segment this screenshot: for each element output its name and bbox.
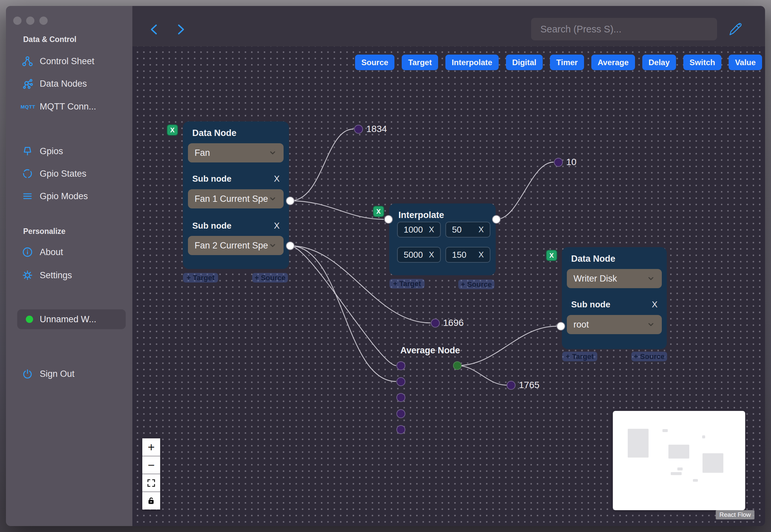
sidebar-item-gpio-states[interactable]: Gpio States xyxy=(21,166,86,181)
react-flow-attribution[interactable]: React Flow xyxy=(716,510,754,519)
delete-node-button[interactable]: X xyxy=(373,206,384,217)
interpolate-value-field[interactable]: 1000X xyxy=(397,222,441,238)
source-handle[interactable] xyxy=(492,215,501,224)
device-select[interactable]: Writer Disk xyxy=(567,269,662,288)
source-handle[interactable] xyxy=(286,197,295,205)
clear-value-button[interactable]: X xyxy=(429,225,434,234)
average-target-handle[interactable] xyxy=(396,377,405,386)
sidebar-item-label: Gpio States xyxy=(40,169,86,179)
edit-pencil-icon[interactable] xyxy=(727,22,742,37)
search-input[interactable] xyxy=(531,18,717,40)
remove-subnode-button[interactable]: X xyxy=(273,221,281,231)
palette-interpolate-button[interactable]: Interpolate xyxy=(445,55,499,70)
average-target-handle[interactable] xyxy=(396,409,405,418)
average-target-handle[interactable] xyxy=(396,361,405,370)
delete-node-button[interactable]: X xyxy=(167,124,178,136)
subnode-row: Sub node X xyxy=(571,299,659,310)
subnode-select[interactable]: Fan 2 Current Spe xyxy=(188,236,284,255)
canvas-controls: + − xyxy=(142,438,160,510)
sidebar-section-personalize: Personalize xyxy=(23,227,66,236)
app-window: Data & Control Control Sheet Data Nodes … xyxy=(6,6,765,526)
traffic-light-minimize[interactable] xyxy=(26,17,34,25)
zoom-out-button[interactable]: − xyxy=(142,456,160,474)
back-button[interactable] xyxy=(148,22,161,36)
node-interpolate[interactable]: Interpolate 1000X 50X 5000X 150X xyxy=(389,203,496,275)
palette-value-button[interactable]: Value xyxy=(729,55,762,70)
average-target-handle[interactable] xyxy=(396,393,405,402)
subnode-select[interactable]: Fan 1 Current Spe xyxy=(188,189,284,208)
sidebar-item-label: Data Nodes xyxy=(40,79,87,89)
lock-button[interactable] xyxy=(142,492,160,510)
edge-value-dot[interactable] xyxy=(354,125,363,134)
minimap[interactable] xyxy=(613,411,745,510)
clear-value-button[interactable]: X xyxy=(429,250,434,259)
palette-timer-button[interactable]: Timer xyxy=(550,55,584,70)
interpolate-value-field[interactable]: 50X xyxy=(445,222,490,238)
minimap-node xyxy=(703,453,723,473)
sidebar-item-gpio-modes[interactable]: Gpio Modes xyxy=(21,189,88,203)
sidebar-item-data-nodes[interactable]: Data Nodes xyxy=(21,76,87,91)
clear-value-button[interactable]: X xyxy=(478,250,484,259)
edge-value-dot[interactable] xyxy=(507,381,516,390)
add-source-button[interactable]: + Source xyxy=(631,352,667,361)
target-handle[interactable] xyxy=(384,215,393,224)
add-source-button[interactable]: + Source xyxy=(252,273,288,283)
workspace-status-dot xyxy=(26,316,33,323)
delete-node-button[interactable]: X xyxy=(546,250,557,261)
sidebar: Data & Control Control Sheet Data Nodes … xyxy=(6,6,132,526)
palette-source-button[interactable]: Source xyxy=(355,55,394,70)
add-target-button[interactable]: + Target xyxy=(562,352,597,361)
node-data-writer[interactable]: Data Node Writer Disk Sub node X root xyxy=(562,247,667,349)
interpolate-value-field[interactable]: 150X xyxy=(445,247,490,263)
data-nodes-icon xyxy=(21,77,34,90)
add-target-button[interactable]: + Target xyxy=(389,279,425,288)
average-source-handle[interactable] xyxy=(453,361,462,370)
average-target-handle[interactable] xyxy=(396,425,405,434)
clear-value-button[interactable]: X xyxy=(478,225,484,234)
edge-value-dot[interactable] xyxy=(554,158,563,167)
remove-subnode-button[interactable]: X xyxy=(651,299,659,310)
gear-icon xyxy=(21,269,34,282)
minimap-node xyxy=(662,429,668,432)
device-select[interactable]: Fan xyxy=(188,143,284,162)
minimap-node xyxy=(671,472,682,475)
zoom-in-button[interactable]: + xyxy=(142,438,160,456)
node-title: Interpolate xyxy=(398,210,444,220)
palette-delay-button[interactable]: Delay xyxy=(642,55,676,70)
edge-value-dot[interactable] xyxy=(431,319,440,328)
palette-digital-button[interactable]: Digital xyxy=(506,55,543,70)
interpolate-value-field[interactable]: 5000X xyxy=(397,247,441,263)
subnode-row: Sub node X xyxy=(192,174,281,184)
subnode-select[interactable]: root xyxy=(567,315,662,334)
remove-subnode-button[interactable]: X xyxy=(273,174,281,184)
fit-view-icon xyxy=(147,479,156,487)
traffic-light-maximize[interactable] xyxy=(39,17,48,25)
add-source-button[interactable]: + Source xyxy=(458,280,494,289)
control-sheet-icon xyxy=(21,55,34,67)
traffic-light-close[interactable] xyxy=(13,17,22,25)
edge-value-label: 1765 xyxy=(519,380,539,390)
sidebar-item-control-sheet[interactable]: Control Sheet xyxy=(21,54,94,68)
palette-target-button[interactable]: Target xyxy=(402,55,438,70)
node-data-fan[interactable]: Data Node Fan Sub node X Fan 1 Current S… xyxy=(183,121,289,269)
pin-icon xyxy=(21,145,34,157)
sidebar-item-mqtt[interactable]: MQTT MQTT Conn... xyxy=(21,99,96,114)
fit-view-button[interactable] xyxy=(142,474,160,492)
average-node-title[interactable]: Average Node xyxy=(390,345,470,356)
add-target-button[interactable]: + Target xyxy=(183,273,218,283)
sidebar-item-sign-out[interactable]: Sign Out xyxy=(21,367,74,381)
node-palette: Source Target Interpolate Digital Timer … xyxy=(355,55,765,70)
sidebar-item-about[interactable]: About xyxy=(21,245,63,259)
edge-value-label: 1696 xyxy=(443,318,464,328)
palette-average-button[interactable]: Average xyxy=(591,55,635,70)
source-handle[interactable] xyxy=(286,242,295,250)
sidebar-item-workspace[interactable]: Unnamed W... xyxy=(17,309,126,329)
info-icon xyxy=(21,246,34,258)
sidebar-section-data-control: Data & Control xyxy=(23,35,76,44)
target-handle[interactable] xyxy=(557,322,565,331)
minimap-node xyxy=(702,435,705,438)
palette-switch-button[interactable]: Switch xyxy=(683,55,721,70)
forward-button[interactable] xyxy=(173,22,187,36)
sidebar-item-gpios[interactable]: Gpios xyxy=(21,144,63,158)
sidebar-item-settings[interactable]: Settings xyxy=(21,268,72,283)
